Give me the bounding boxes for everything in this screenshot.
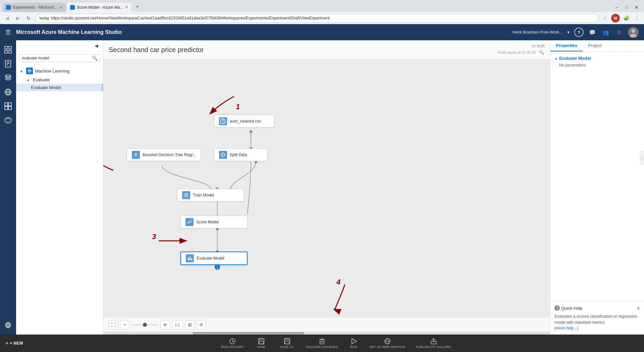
tree-icon-ml bbox=[26, 68, 33, 74]
svg-marker-59 bbox=[352, 339, 357, 344]
browser-min-btn[interactable]: − bbox=[612, 3, 621, 12]
module-icon-evaluate bbox=[186, 254, 194, 262]
save-icon bbox=[258, 338, 265, 345]
tree-item-evaluate-model[interactable]: Evaluate Model bbox=[16, 84, 103, 91]
rail-icon-settings[interactable] bbox=[1, 318, 15, 332]
rail-icon-datasets[interactable] bbox=[1, 71, 15, 85]
quick-help-collapse-icon[interactable]: ∨ bbox=[637, 305, 640, 311]
svg-rect-45 bbox=[188, 258, 189, 260]
topbar-dropdown-icon[interactable]: ▼ bbox=[567, 30, 570, 34]
tool-layout-btn[interactable]: ⊞ bbox=[185, 320, 195, 329]
extensions-btn[interactable]: 🧩 bbox=[622, 14, 631, 23]
tool-save[interactable]: SAVE bbox=[255, 338, 268, 349]
refresh-btn[interactable]: ↻ bbox=[24, 14, 33, 23]
tree-expand-evaluate[interactable]: ▲ bbox=[25, 77, 31, 82]
publish-icon bbox=[430, 338, 437, 345]
tool-move-btn[interactable]: ✛ bbox=[197, 320, 206, 329]
new-tab-btn[interactable]: + bbox=[132, 2, 142, 11]
browser-chrome: Experiments - Microsof... ✕ Score Model … bbox=[0, 0, 644, 12]
bookmark-btn[interactable]: ☆ bbox=[600, 14, 609, 23]
chat-icon[interactable]: 💬 bbox=[588, 28, 597, 37]
help-icon[interactable]: ? bbox=[574, 28, 584, 37]
tab-project[interactable]: Project bbox=[583, 40, 607, 51]
module-label-split: Split Data bbox=[230, 152, 247, 157]
svg-rect-46 bbox=[190, 257, 191, 260]
svg-rect-7 bbox=[5, 60, 11, 67]
module-boosted-tree[interactable]: Boosted Decision Tree Regr... bbox=[127, 148, 201, 161]
svg-rect-18 bbox=[8, 106, 11, 109]
menu-btn[interactable]: ⋮ bbox=[633, 14, 641, 23]
sidebar-search-row: 🔍 bbox=[16, 51, 103, 65]
quick-help-header[interactable]: ? Quick Help ∨ bbox=[554, 305, 640, 311]
tree-expand-ml[interactable]: ▲ bbox=[19, 68, 24, 74]
rail-icon-globe[interactable] bbox=[1, 85, 15, 99]
canvas-search-icon[interactable]: 🔍 bbox=[538, 49, 545, 56]
props-content: ▲ Evaluate Model No parameters bbox=[550, 52, 644, 301]
tab-close-1[interactable]: ✕ bbox=[59, 5, 62, 10]
profile-btn[interactable]: M bbox=[611, 14, 620, 23]
community-icon[interactable]: 👥 bbox=[601, 28, 610, 37]
panel-expand-btn[interactable]: › bbox=[640, 151, 644, 165]
svg-point-33 bbox=[215, 264, 220, 270]
quick-help-more-link[interactable]: (more help...) bbox=[554, 326, 578, 331]
tab-properties[interactable]: Properties bbox=[550, 40, 583, 51]
sidebar-tree: ▲ Machine Learning ▲ Evaluate Evaluate M… bbox=[16, 65, 103, 335]
canvas-main: 1 auto_cleaned.csv Split Data bbox=[103, 59, 550, 317]
module-train-model[interactable]: Train Model bbox=[177, 189, 244, 202]
canvas-scrollbar-thumb[interactable] bbox=[193, 332, 304, 335]
rail-icon-packages[interactable] bbox=[1, 114, 15, 127]
tool-discard[interactable]: DISCARD CHANGES bbox=[306, 338, 338, 349]
tab-active[interactable]: Score Model - Azure Ma... ✕ bbox=[66, 2, 132, 12]
back-btn[interactable]: ◀ bbox=[3, 14, 11, 23]
tree-label-evaluate-model: Evaluate Model bbox=[31, 85, 61, 90]
tool-save-as[interactable]: SAVE AS bbox=[279, 338, 296, 349]
canvas-header: Second hand car price predictor In draft… bbox=[103, 40, 550, 59]
tool-zoom-in-btn[interactable]: + bbox=[160, 320, 170, 329]
tool-zoom-slider[interactable] bbox=[131, 324, 158, 325]
tool-fit-btn[interactable]: ⛶ bbox=[109, 320, 118, 329]
module-split-data[interactable]: Split Data bbox=[214, 148, 268, 161]
canvas-connections: 1 bbox=[103, 59, 550, 317]
module-label-evaluate: Evaluate Model bbox=[197, 256, 224, 261]
module-score-model[interactable]: Score Model bbox=[180, 216, 248, 228]
module-auto-csv[interactable]: auto_cleaned.csv bbox=[214, 115, 274, 128]
feedback-icon[interactable]: ☺ bbox=[614, 28, 624, 37]
hamburger-btn[interactable]: ☰ bbox=[5, 29, 11, 36]
browser-close-btn[interactable]: ✕ bbox=[632, 3, 641, 12]
tool-run-history[interactable]: RUN HISTORY bbox=[221, 338, 244, 349]
zoom-slider-thumb[interactable] bbox=[143, 323, 147, 327]
rail-icon-experiments[interactable] bbox=[1, 43, 15, 56]
tool-publish[interactable]: PUBLISH TO GALLERY bbox=[416, 338, 451, 349]
rail-icon-notebooks[interactable] bbox=[1, 57, 15, 71]
module-icon-train bbox=[182, 191, 190, 199]
tool-run[interactable]: RUN bbox=[349, 338, 359, 349]
icon-rail bbox=[0, 40, 16, 335]
sidebar-search-icon[interactable]: 🔍 bbox=[92, 55, 98, 61]
svg-rect-4 bbox=[9, 46, 11, 49]
avatar[interactable] bbox=[628, 27, 639, 38]
sidebar-search-input[interactable] bbox=[19, 54, 100, 62]
sidebar-collapse-btn[interactable]: ◀ bbox=[92, 42, 100, 50]
tree-item-evaluate[interactable]: ▲ Evaluate bbox=[16, 76, 103, 84]
tool-zoom-100-btn[interactable]: 1:1 bbox=[172, 320, 183, 329]
user-label[interactable]: Henk Boelman-Free-Work... bbox=[513, 30, 562, 35]
module-evaluate-model[interactable]: Evaluate Model bbox=[180, 252, 248, 265]
canvas-scrollbar[interactable] bbox=[103, 332, 550, 335]
tree-item-machine-learning[interactable]: ▲ Machine Learning bbox=[16, 66, 103, 76]
address-bar[interactable]: Veilig https://studio.azureml.net/Home/V… bbox=[35, 14, 598, 23]
new-btn[interactable]: + + NEW bbox=[0, 335, 29, 352]
sidebar: ◀ 🔍 ▲ Machine Learning ▲ bbox=[16, 40, 103, 335]
discard-label: DISCARD CHANGES bbox=[306, 345, 338, 349]
tool-web-service[interactable]: SET UP WEB SERVICE bbox=[370, 338, 405, 349]
tool-zoom-out-btn[interactable]: − bbox=[120, 320, 129, 329]
tab-close-2[interactable]: ✕ bbox=[125, 5, 128, 9]
tab-label-2: Score Model - Azure Ma... bbox=[77, 5, 123, 10]
svg-rect-16 bbox=[8, 103, 11, 106]
props-section-header[interactable]: ▲ Evaluate Model bbox=[554, 56, 640, 61]
browser-max-btn[interactable]: □ bbox=[622, 3, 631, 12]
tab-inactive[interactable]: Experiments - Microsof... ✕ bbox=[3, 3, 66, 12]
rail-icon-modules[interactable] bbox=[1, 99, 15, 113]
annotation-arrow-2 bbox=[103, 143, 120, 177]
quick-help-text: Evaluates a scored classification or reg… bbox=[554, 313, 640, 325]
forward-btn[interactable]: ▶ bbox=[13, 14, 22, 23]
